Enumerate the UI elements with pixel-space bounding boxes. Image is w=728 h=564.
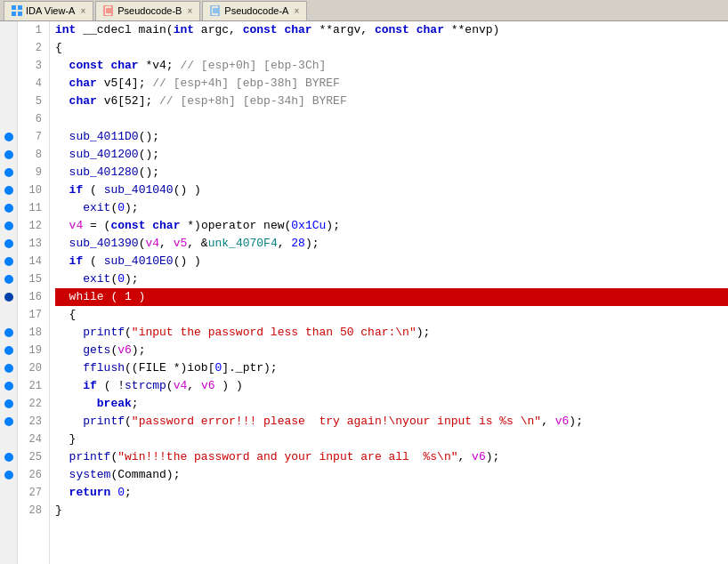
code-token: (); <box>139 165 159 179</box>
line-number-4: 4 <box>18 75 45 93</box>
gutter-row-2 <box>0 39 18 57</box>
breakpoint-dot-icon <box>4 453 13 462</box>
code-token: , <box>458 450 473 463</box>
code-token: const <box>110 219 145 232</box>
code-token <box>55 165 69 179</box>
gutter-row-24 <box>0 431 18 448</box>
line-number-17: 17 <box>18 306 45 324</box>
code-token: system <box>69 468 111 481</box>
code-token <box>55 130 69 143</box>
code-token <box>55 219 69 232</box>
code-token: sub_4011D0 <box>69 130 139 143</box>
line-number-21: 21 <box>18 377 45 395</box>
code-token: 28 <box>291 237 305 250</box>
code-token: ]._ptr); <box>222 361 284 375</box>
code-line-2: { <box>55 39 728 57</box>
code-token: ; <box>132 397 146 410</box>
code-line-3: const char *v4; // [esp+0h] [ebp-3Ch] <box>55 57 728 75</box>
tab-close-icon[interactable]: × <box>187 6 192 16</box>
code-line-15: exit(0); <box>55 270 728 288</box>
code-token <box>55 254 69 268</box>
code-token: const <box>243 23 278 36</box>
line-number-18: 18 <box>18 324 45 342</box>
code-token: v6 <box>555 415 570 428</box>
code-token: v6[52]; <box>97 94 159 108</box>
breakpoint-dot-icon <box>4 382 13 391</box>
tab-close-icon[interactable]: × <box>294 6 299 16</box>
line-number-26: 26 <box>18 466 45 484</box>
breakpoint-dot-icon <box>4 222 13 230</box>
app-window: IDA View-A×Pseudocode-B×Pseudocode-A× 12… <box>0 0 728 564</box>
line-number-22: 22 <box>18 395 45 413</box>
line-number-1: 1 <box>18 21 45 39</box>
gutter-row-28 <box>0 502 18 520</box>
code-token: v5 <box>174 237 188 250</box>
breakpoint-arrow-icon <box>4 293 13 302</box>
code-line-11: exit(0); <box>55 199 728 217</box>
code-token: if <box>69 183 84 197</box>
code-token: 0 <box>117 486 125 499</box>
line-number-3: 3 <box>18 57 45 75</box>
gutter-row-9 <box>0 164 18 181</box>
breakpoint-dot-icon <box>4 257 13 266</box>
code-token <box>55 94 69 108</box>
code-token: **argv, <box>312 23 375 36</box>
code-token: ( <box>83 254 103 268</box>
code-token <box>55 148 69 161</box>
code-token: char <box>69 94 97 108</box>
line-number-28: 28 <box>18 502 45 520</box>
breakpoint-dot-icon <box>4 346 13 355</box>
code-token: if <box>83 379 97 392</box>
code-token: v4 <box>145 237 159 250</box>
code-token: } <box>55 432 76 446</box>
code-token: // [esp+0h] [ebp-3Ch] <box>180 59 326 72</box>
code-token: (Command); <box>110 468 187 481</box>
code-token <box>55 59 69 72</box>
tab-close-icon[interactable]: × <box>80 6 85 16</box>
code-line-25: printf("win!!!the password and your inpu… <box>55 448 728 466</box>
breakpoint-dot-icon <box>4 275 13 284</box>
code-area: 1234567891011121314151617181920212223242… <box>0 21 728 564</box>
gutter <box>0 21 18 564</box>
code-token: int <box>174 23 194 36</box>
gutter-row-7 <box>0 128 18 146</box>
tab-ida[interactable]: IDA View-A× <box>4 1 93 20</box>
line-number-24: 24 <box>18 431 45 448</box>
code-token: strcmp <box>125 379 166 392</box>
code-token: v4 <box>69 219 84 232</box>
code-token: argc, <box>194 23 243 36</box>
code-token: sub_4010E0 <box>104 254 174 268</box>
doc-icon <box>103 5 114 16</box>
code-token: "win!!!the password and your input are a… <box>117 450 457 463</box>
code-token: ); <box>305 237 326 250</box>
line-numbers: 1234567891011121314151617181920212223242… <box>18 21 50 564</box>
gutter-row-5 <box>0 93 18 110</box>
code-line-9: sub_401280(); <box>55 164 728 181</box>
gutter-row-15 <box>0 270 18 288</box>
line-number-7: 7 <box>18 128 45 146</box>
breakpoint-dot-icon <box>4 399 13 408</box>
code-token: v6 <box>117 343 132 357</box>
code-lines: int __cdecl main(int argc, const char **… <box>50 21 728 564</box>
code-token <box>55 361 83 375</box>
code-token: sub_401200 <box>69 148 139 161</box>
code-token: , <box>541 415 555 428</box>
tab-label: IDA View-A <box>26 5 75 16</box>
tab-pseudo-a[interactable]: Pseudocode-A× <box>202 1 307 20</box>
code-token <box>55 290 69 303</box>
gutter-row-18 <box>0 324 18 342</box>
code-token <box>55 326 83 339</box>
code-token: __cdecl main( <box>76 23 173 36</box>
svg-rect-2 <box>12 12 16 16</box>
line-number-27: 27 <box>18 484 45 502</box>
line-number-12: 12 <box>18 217 45 235</box>
tab-pseudo-b[interactable]: Pseudocode-B× <box>95 1 200 20</box>
code-token <box>55 379 83 392</box>
code-token <box>55 201 83 214</box>
code-line-12: v4 = (const char *)operator new(0x1Cu); <box>55 217 728 235</box>
line-number-25: 25 <box>18 448 45 466</box>
line-number-8: 8 <box>18 146 45 164</box>
code-line-22: break; <box>55 395 728 413</box>
code-line-4: char v5[4]; // [esp+4h] [ebp-38h] BYREF <box>55 75 728 93</box>
breakpoint-dot-icon <box>4 328 13 337</box>
